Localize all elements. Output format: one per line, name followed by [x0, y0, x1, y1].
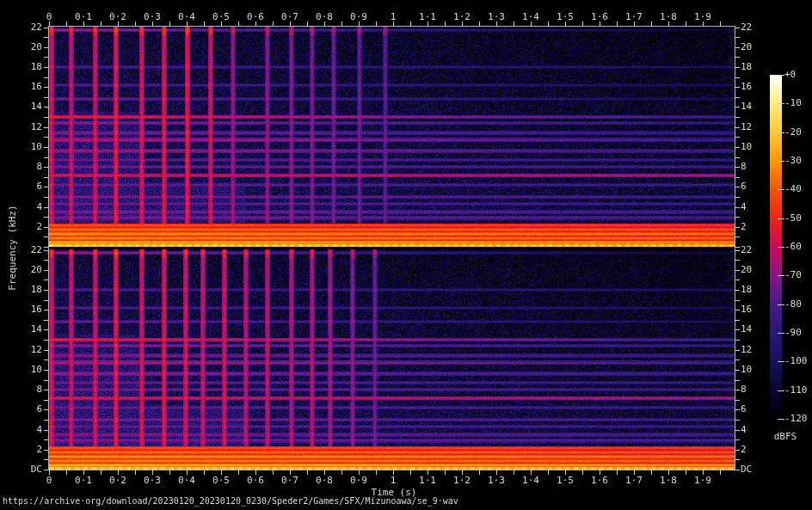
time-tick-label-bottom: 1·7	[625, 476, 643, 486]
freq-tick-label-right-ch1: 22	[741, 22, 752, 33]
freq-tick-label-right-ch1: 6	[741, 181, 747, 192]
time-tick-label-top: 1·8	[660, 12, 677, 22]
freq-tick-label-left-ch1: 12	[31, 122, 42, 132]
time-tick-label-top: 1·5	[557, 12, 574, 22]
colorbar-tick-label: -30	[784, 156, 802, 166]
colorbar-tick-label: -70	[784, 270, 802, 280]
time-tick-label-top: 0·6	[247, 12, 264, 22]
time-tick-label-top: 0·7	[281, 12, 298, 22]
colorbar-tick-label: -100	[784, 356, 808, 366]
freq-tick-label-left-ch1: 2	[36, 222, 42, 232]
source-url-text: https://archive·org/download/20230120_20…	[3, 496, 458, 506]
y-axis-title: Frequency (kHz)	[7, 205, 18, 290]
time-tick-label-top: 0·8	[316, 12, 333, 22]
colorbar-tick-label: -40	[784, 184, 802, 194]
time-tick-label-bottom: 1	[391, 476, 397, 486]
freq-tick-label-left-ch1: 18	[31, 62, 42, 72]
freq-tick-label-left-ch1: 14	[31, 101, 42, 112]
time-tick-label-top: 0·4	[178, 12, 195, 22]
time-tick-label-top: 1·3	[488, 12, 505, 22]
freq-tick-label-right-ch2: 16	[741, 304, 752, 315]
time-tick-label-bottom: 1·9	[694, 476, 711, 486]
freq-tick-label-right-ch1: 10	[741, 142, 752, 152]
colorbar-tick-label: -90	[784, 328, 802, 338]
freq-tick-label-left-ch2: 16	[31, 304, 42, 315]
freq-tick-label-right-ch1: 8	[741, 162, 747, 172]
colorbar-title: dBFS	[774, 431, 797, 442]
time-tick-label-top: 0	[46, 12, 52, 22]
freq-tick-label-left-ch1: 6	[36, 181, 42, 192]
freq-tick-label-left-ch2: 10	[31, 365, 42, 375]
time-tick-label-bottom: 0·6	[247, 476, 264, 486]
time-tick-label-bottom: 1·8	[660, 476, 677, 486]
freq-tick-label-left-ch1: 10	[31, 142, 42, 152]
time-tick-label-bottom: 1·4	[522, 476, 539, 486]
freq-tick-label-right-ch2: 10	[741, 365, 752, 375]
time-tick-label-top: 0·1	[75, 12, 92, 22]
freq-tick-label-right-ch2: 14	[741, 324, 752, 335]
colorbar-tick-label: -120	[784, 414, 808, 424]
axis-labels-layer: 000·10·10·20·20·30·30·40·40·50·50·60·60·…	[0, 0, 812, 510]
freq-tick-label-left-ch2: 4	[36, 425, 42, 435]
freq-tick-label-right-ch1: 20	[741, 42, 752, 52]
time-tick-label-bottom: 0	[46, 476, 52, 486]
freq-tick-label-left-ch1: 8	[36, 162, 42, 172]
time-tick-label-bottom: 1·6	[591, 476, 608, 486]
freq-tick-label-left-ch2: 18	[31, 285, 42, 295]
freq-tick-label-right-ch2: 4	[741, 425, 747, 435]
time-tick-label-top: 0·9	[350, 12, 367, 22]
freq-tick-label-right-ch2: 18	[741, 285, 752, 295]
freq-tick-label-right-ch2: 2	[741, 445, 747, 455]
freq-tick-label-right-ch2: 8	[741, 384, 747, 395]
freq-tick-label-left-ch2: 22	[31, 245, 42, 255]
colorbar-tick-label: -80	[784, 299, 802, 310]
time-tick-label-bottom: 0·7	[281, 476, 298, 486]
colorbar-tick-label: +0	[784, 70, 796, 80]
colorbar-tick-label: -110	[784, 385, 808, 396]
time-tick-label-bottom: 0·5	[212, 476, 230, 486]
time-tick-label-bottom: 0·1	[75, 476, 92, 486]
colorbar-tick-label: -60	[784, 242, 802, 252]
freq-tick-label-right-ch2: 22	[741, 245, 752, 255]
time-tick-label-bottom: 0·9	[350, 476, 367, 486]
time-tick-label-bottom: 1·3	[488, 476, 505, 486]
time-tick-label-top: 1·1	[419, 12, 436, 22]
freq-tick-label-left-ch2: 14	[31, 324, 42, 335]
time-tick-label-bottom: 1·1	[419, 476, 436, 486]
time-tick-label-bottom: 0·4	[178, 476, 195, 486]
freq-tick-label-left-ch1: 4	[36, 202, 42, 212]
time-tick-label-top: 1·7	[625, 12, 643, 22]
freq-tick-label-right-ch1: 4	[741, 202, 747, 212]
spectrogram-page: 000·10·10·20·20·30·30·40·40·50·50·60·60·…	[0, 0, 812, 510]
freq-tick-label-left-ch2: 2	[36, 445, 42, 455]
freq-tick-label-right-ch2: 12	[741, 345, 752, 355]
freq-tick-label-left-ch1: 16	[31, 82, 42, 92]
time-tick-label-top: 0·2	[109, 12, 126, 22]
time-tick-label-bottom: 0·3	[144, 476, 161, 486]
freq-tick-label-right-ch2: 20	[741, 265, 752, 275]
time-tick-label-top: 0·3	[144, 12, 161, 22]
freq-tick-label-right-ch1: 18	[741, 62, 752, 72]
time-tick-label-bottom: 0·2	[109, 476, 126, 486]
freq-tick-label-right-ch1: 14	[741, 101, 752, 112]
freq-tick-label-left-ch2: 8	[36, 384, 42, 395]
freq-tick-label-left-ch2: 12	[31, 345, 42, 355]
time-tick-label-bottom: 1·5	[557, 476, 574, 486]
freq-tick-label-left-dc: DC	[31, 464, 42, 475]
colorbar-tick-label: -10	[784, 98, 802, 108]
time-tick-label-top: 1·6	[591, 12, 608, 22]
freq-tick-label-left-ch1: 22	[31, 22, 42, 33]
freq-tick-label-left-ch1: 20	[31, 42, 42, 52]
colorbar-tick-label: -50	[784, 213, 802, 224]
freq-tick-label-right-ch1: 2	[741, 222, 747, 232]
time-tick-label-top: 1·4	[522, 12, 539, 22]
freq-tick-label-right-ch1: 16	[741, 82, 752, 92]
time-tick-label-bottom: 1·2	[453, 476, 471, 486]
time-tick-label-bottom: 0·8	[316, 476, 333, 486]
freq-tick-label-left-ch2: 6	[36, 404, 42, 415]
freq-tick-label-right-dc: DC	[741, 464, 752, 475]
time-tick-label-top: 1	[391, 12, 397, 22]
time-tick-label-top: 1·2	[453, 12, 471, 22]
time-tick-label-top: 1·9	[694, 12, 711, 22]
time-tick-label-top: 0·5	[212, 12, 230, 22]
